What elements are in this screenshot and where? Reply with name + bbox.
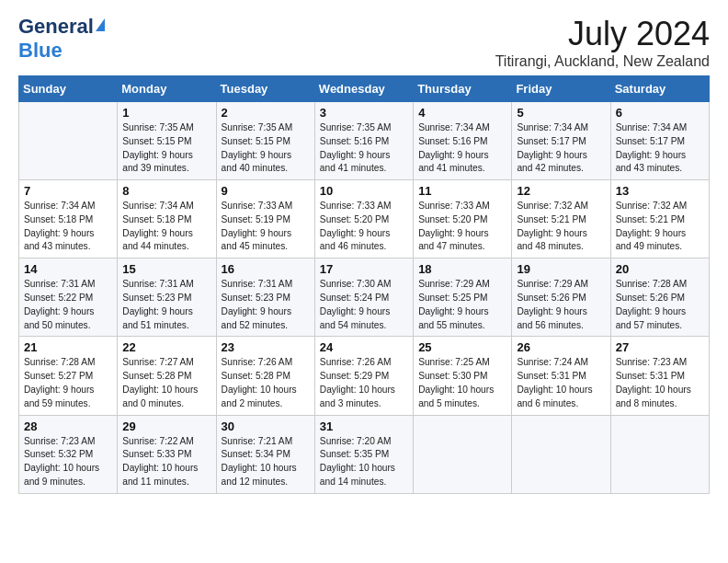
day-info: Sunrise: 7:29 AMSunset: 5:25 PMDaylight:… bbox=[418, 278, 506, 332]
day-info: Sunrise: 7:24 AMSunset: 5:31 PMDaylight:… bbox=[517, 356, 605, 410]
day-info: Sunrise: 7:31 AMSunset: 5:23 PMDaylight:… bbox=[222, 278, 310, 332]
calendar-cell: 8Sunrise: 7:34 AMSunset: 5:18 PMDaylight… bbox=[118, 180, 216, 259]
day-number: 16 bbox=[222, 262, 310, 276]
day-info: Sunrise: 7:34 AMSunset: 5:16 PMDaylight:… bbox=[418, 121, 506, 176]
calendar-cell: 14Sunrise: 7:31 AMSunset: 5:22 PMDayligh… bbox=[19, 259, 118, 337]
day-number: 1 bbox=[122, 106, 210, 120]
header-row: Sunday Monday Tuesday Wednesday Thursday… bbox=[19, 76, 710, 102]
title-block: July 2024 Titirangi, Auckland, New Zeala… bbox=[495, 15, 710, 70]
day-info: Sunrise: 7:34 AMSunset: 5:17 PMDaylight:… bbox=[517, 121, 605, 176]
calendar-cell bbox=[414, 415, 512, 493]
logo: General Blue bbox=[18, 15, 105, 63]
calendar-cell: 24Sunrise: 7:26 AMSunset: 5:29 PMDayligh… bbox=[314, 337, 413, 415]
calendar-cell bbox=[610, 415, 709, 493]
day-info: Sunrise: 7:26 AMSunset: 5:28 PMDaylight:… bbox=[222, 356, 310, 410]
calendar-cell: 13Sunrise: 7:32 AMSunset: 5:21 PMDayligh… bbox=[610, 180, 709, 259]
page-header: General Blue July 2024 Titirangi, Auckla… bbox=[18, 15, 710, 70]
calendar-cell: 27Sunrise: 7:23 AMSunset: 5:31 PMDayligh… bbox=[610, 337, 709, 415]
day-info: Sunrise: 7:22 AMSunset: 5:33 PMDaylight:… bbox=[122, 435, 210, 489]
header-friday: Friday bbox=[512, 76, 610, 102]
calendar-cell: 15Sunrise: 7:31 AMSunset: 5:23 PMDayligh… bbox=[118, 259, 216, 337]
calendar-cell: 11Sunrise: 7:33 AMSunset: 5:20 PMDayligh… bbox=[414, 180, 512, 259]
day-number: 31 bbox=[320, 419, 408, 433]
day-info: Sunrise: 7:33 AMSunset: 5:20 PMDaylight:… bbox=[418, 200, 506, 254]
day-number: 13 bbox=[616, 184, 704, 198]
day-info: Sunrise: 7:35 AMSunset: 5:15 PMDaylight:… bbox=[222, 121, 310, 176]
day-info: Sunrise: 7:28 AMSunset: 5:27 PMDaylight:… bbox=[24, 356, 112, 410]
calendar-body: 1Sunrise: 7:35 AMSunset: 5:15 PMDaylight… bbox=[19, 102, 710, 494]
calendar-week-1: 1Sunrise: 7:35 AMSunset: 5:15 PMDaylight… bbox=[19, 102, 710, 180]
calendar-cell bbox=[512, 415, 610, 493]
day-number: 5 bbox=[517, 106, 605, 120]
header-wednesday: Wednesday bbox=[314, 76, 413, 102]
day-number: 23 bbox=[222, 340, 310, 354]
calendar-cell: 12Sunrise: 7:32 AMSunset: 5:21 PMDayligh… bbox=[512, 180, 610, 259]
calendar-cell: 18Sunrise: 7:29 AMSunset: 5:25 PMDayligh… bbox=[414, 259, 512, 337]
calendar-cell: 3Sunrise: 7:35 AMSunset: 5:16 PMDaylight… bbox=[314, 102, 413, 180]
calendar-table: Sunday Monday Tuesday Wednesday Thursday… bbox=[18, 75, 710, 494]
calendar-cell: 16Sunrise: 7:31 AMSunset: 5:23 PMDayligh… bbox=[216, 259, 314, 337]
day-number: 4 bbox=[418, 106, 506, 120]
calendar-cell: 20Sunrise: 7:28 AMSunset: 5:26 PMDayligh… bbox=[610, 259, 709, 337]
calendar-week-2: 7Sunrise: 7:34 AMSunset: 5:18 PMDaylight… bbox=[19, 180, 710, 259]
logo-general-text: General bbox=[18, 15, 94, 39]
header-sunday: Sunday bbox=[19, 76, 118, 102]
header-monday: Monday bbox=[118, 76, 216, 102]
calendar-cell: 23Sunrise: 7:26 AMSunset: 5:28 PMDayligh… bbox=[216, 337, 314, 415]
day-number: 27 bbox=[616, 340, 704, 354]
day-info: Sunrise: 7:35 AMSunset: 5:16 PMDaylight:… bbox=[320, 121, 408, 176]
header-saturday: Saturday bbox=[610, 76, 709, 102]
day-number: 29 bbox=[122, 419, 210, 433]
calendar-cell: 22Sunrise: 7:27 AMSunset: 5:28 PMDayligh… bbox=[118, 337, 216, 415]
day-info: Sunrise: 7:33 AMSunset: 5:19 PMDaylight:… bbox=[222, 200, 310, 254]
calendar-cell: 5Sunrise: 7:34 AMSunset: 5:17 PMDaylight… bbox=[512, 102, 610, 180]
header-tuesday: Tuesday bbox=[216, 76, 314, 102]
day-info: Sunrise: 7:32 AMSunset: 5:21 PMDaylight:… bbox=[517, 200, 605, 254]
logo-blue-text: Blue bbox=[18, 39, 63, 62]
calendar-header: Sunday Monday Tuesday Wednesday Thursday… bbox=[19, 76, 710, 102]
calendar-cell: 26Sunrise: 7:24 AMSunset: 5:31 PMDayligh… bbox=[512, 337, 610, 415]
day-info: Sunrise: 7:33 AMSunset: 5:20 PMDaylight:… bbox=[320, 200, 408, 254]
calendar-week-5: 28Sunrise: 7:23 AMSunset: 5:32 PMDayligh… bbox=[19, 415, 710, 493]
calendar-cell: 28Sunrise: 7:23 AMSunset: 5:32 PMDayligh… bbox=[19, 415, 118, 493]
day-info: Sunrise: 7:34 AMSunset: 5:17 PMDaylight:… bbox=[616, 121, 704, 176]
calendar-cell: 31Sunrise: 7:20 AMSunset: 5:35 PMDayligh… bbox=[314, 415, 413, 493]
calendar-cell: 7Sunrise: 7:34 AMSunset: 5:18 PMDaylight… bbox=[19, 180, 118, 259]
day-number: 26 bbox=[517, 340, 605, 354]
calendar-cell: 29Sunrise: 7:22 AMSunset: 5:33 PMDayligh… bbox=[118, 415, 216, 493]
day-number: 22 bbox=[122, 340, 210, 354]
day-number: 24 bbox=[320, 340, 408, 354]
calendar-cell: 4Sunrise: 7:34 AMSunset: 5:16 PMDaylight… bbox=[414, 102, 512, 180]
calendar-cell: 9Sunrise: 7:33 AMSunset: 5:19 PMDaylight… bbox=[216, 180, 314, 259]
day-info: Sunrise: 7:25 AMSunset: 5:30 PMDaylight:… bbox=[418, 356, 506, 410]
location-title: Titirangi, Auckland, New Zealand bbox=[495, 53, 710, 70]
day-info: Sunrise: 7:20 AMSunset: 5:35 PMDaylight:… bbox=[320, 435, 408, 489]
calendar-week-3: 14Sunrise: 7:31 AMSunset: 5:22 PMDayligh… bbox=[19, 259, 710, 337]
day-number: 14 bbox=[24, 262, 112, 276]
logo-triangle-icon bbox=[96, 18, 105, 31]
day-info: Sunrise: 7:30 AMSunset: 5:24 PMDaylight:… bbox=[320, 278, 408, 332]
calendar-cell: 6Sunrise: 7:34 AMSunset: 5:17 PMDaylight… bbox=[610, 102, 709, 180]
calendar-cell: 1Sunrise: 7:35 AMSunset: 5:15 PMDaylight… bbox=[118, 102, 216, 180]
day-number: 19 bbox=[517, 262, 605, 276]
day-info: Sunrise: 7:31 AMSunset: 5:22 PMDaylight:… bbox=[24, 278, 112, 332]
calendar-cell: 2Sunrise: 7:35 AMSunset: 5:15 PMDaylight… bbox=[216, 102, 314, 180]
day-info: Sunrise: 7:27 AMSunset: 5:28 PMDaylight:… bbox=[122, 356, 210, 410]
day-number: 8 bbox=[122, 184, 210, 198]
day-number: 7 bbox=[24, 184, 112, 198]
day-number: 25 bbox=[418, 340, 506, 354]
day-number: 21 bbox=[24, 340, 112, 354]
day-number: 10 bbox=[320, 184, 408, 198]
calendar-cell: 17Sunrise: 7:30 AMSunset: 5:24 PMDayligh… bbox=[314, 259, 413, 337]
day-info: Sunrise: 7:23 AMSunset: 5:32 PMDaylight:… bbox=[24, 435, 112, 489]
month-title: July 2024 bbox=[495, 15, 710, 53]
day-number: 18 bbox=[418, 262, 506, 276]
day-info: Sunrise: 7:31 AMSunset: 5:23 PMDaylight:… bbox=[122, 278, 210, 332]
day-number: 15 bbox=[122, 262, 210, 276]
day-number: 11 bbox=[418, 184, 506, 198]
calendar-cell: 21Sunrise: 7:28 AMSunset: 5:27 PMDayligh… bbox=[19, 337, 118, 415]
day-number: 20 bbox=[616, 262, 704, 276]
day-number: 9 bbox=[222, 184, 310, 198]
day-info: Sunrise: 7:32 AMSunset: 5:21 PMDaylight:… bbox=[616, 200, 704, 254]
day-info: Sunrise: 7:34 AMSunset: 5:18 PMDaylight:… bbox=[122, 200, 210, 254]
